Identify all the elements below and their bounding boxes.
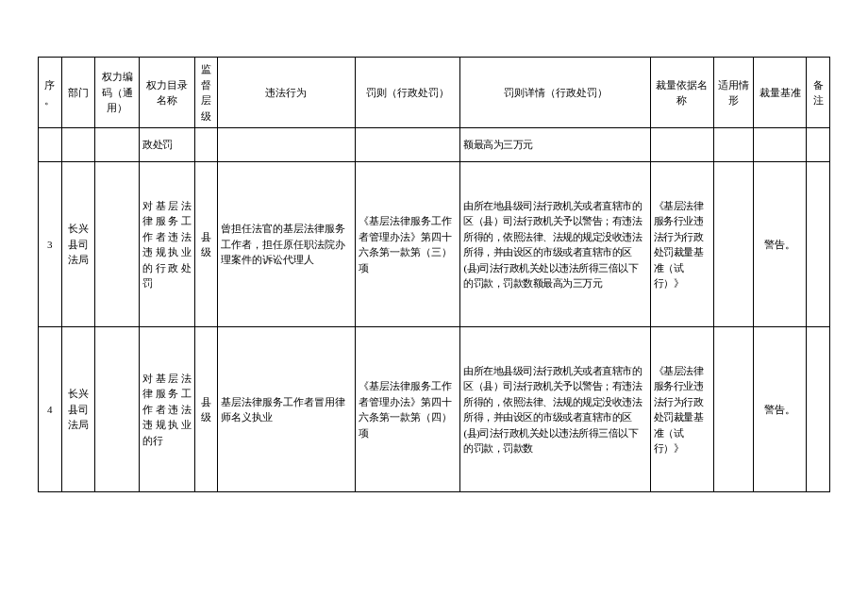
cell-detail: 由所在地县级司法行政机关或者直辖市的区（县）司法行政机关予以警告；有违法所得的，… (460, 162, 650, 327)
cell-remark (807, 128, 830, 162)
header-code: 权力编码（通用） (95, 58, 140, 128)
cell-dept (61, 128, 95, 162)
cell-penalty (355, 128, 460, 162)
cell-seq: 4 (39, 327, 62, 492)
cell-remark (807, 162, 830, 327)
cell-dept: 长兴县司法局 (61, 162, 95, 327)
cell-basis (650, 128, 713, 162)
cell-basis: 《基层法律服务行业违法行为行政处罚裁量基准（试行）》 (650, 327, 713, 492)
cell-situation (713, 162, 754, 327)
cell-level (194, 128, 218, 162)
cell-violation: 曾担任法官的基层法律服务工作者，担任原任职法院办理案件的诉讼代理人 (218, 162, 355, 327)
cell-catalog: 政处罚 (140, 128, 194, 162)
cell-catalog: 对基层法律服务工作者违法违规执业的行 (140, 327, 194, 492)
cell-code (95, 162, 140, 327)
cell-seq (39, 128, 62, 162)
table-body: 政处罚 额最高为三万元 3 长兴县司法局 对基层法律服务工作者违法违规执业的行政… (39, 128, 830, 492)
header-basis: 裁量依据名称 (650, 58, 713, 128)
cell-penalty: 《基层法律服务工作者管理办法》第四十六条第一款第（四）项 (355, 327, 460, 492)
cell-remark (807, 327, 830, 492)
header-seq: 序。 (39, 58, 62, 128)
cell-code (95, 327, 140, 492)
header-detail: 罚则详情（行政处罚） (460, 58, 650, 128)
header-penalty: 罚则（行政处罚） (355, 58, 460, 128)
header-remark: 备注 (807, 58, 830, 128)
cell-benchmark: 警告。 (754, 162, 807, 327)
table-header: 序。 部门 权力编码（通用） 权力目录名称 监督层级 违法行为 罚则（行政处罚）… (39, 58, 830, 128)
cell-benchmark (754, 128, 807, 162)
cell-level: 县级 (194, 162, 218, 327)
header-level: 监督层级 (194, 58, 218, 128)
header-benchmark: 裁量基准 (754, 58, 807, 128)
cell-violation (218, 128, 355, 162)
header-situation: 适用情形 (713, 58, 754, 128)
cell-seq: 3 (39, 162, 62, 327)
regulation-table: 序。 部门 权力编码（通用） 权力目录名称 监督层级 违法行为 罚则（行政处罚）… (38, 57, 830, 492)
cell-situation (713, 128, 754, 162)
cell-situation (713, 327, 754, 492)
cell-catalog: 对基层法律服务工作者违法违规执业的行政处罚 (140, 162, 194, 327)
cell-penalty: 《基层法律服务工作者管理办法》第四十六条第一款第（三）项 (355, 162, 460, 327)
cell-benchmark: 警告。 (754, 327, 807, 492)
cell-basis: 《基层法律服务行业违法行为行政处罚裁量基准（试行）》 (650, 162, 713, 327)
header-violation: 违法行为 (218, 58, 355, 128)
table-row: 4 长兴县司法局 对基层法律服务工作者违法违规执业的行 县级 基层法律服务工作者… (39, 327, 830, 492)
cell-violation: 基层法律服务工作者冒用律师名义执业 (218, 327, 355, 492)
table-row: 政处罚 额最高为三万元 (39, 128, 830, 162)
cell-level: 县级 (194, 327, 218, 492)
cell-detail: 由所在地县级司法行政机关或者直辖市的区（县）司法行政机关予以警告；有违法所得的，… (460, 327, 650, 492)
header-dept: 部门 (61, 58, 95, 128)
header-catalog: 权力目录名称 (140, 58, 194, 128)
cell-detail: 额最高为三万元 (460, 128, 650, 162)
cell-code (95, 128, 140, 162)
cell-dept: 长兴县司法局 (61, 327, 95, 492)
table-row: 3 长兴县司法局 对基层法律服务工作者违法违规执业的行政处罚 县级 曾担任法官的… (39, 162, 830, 327)
